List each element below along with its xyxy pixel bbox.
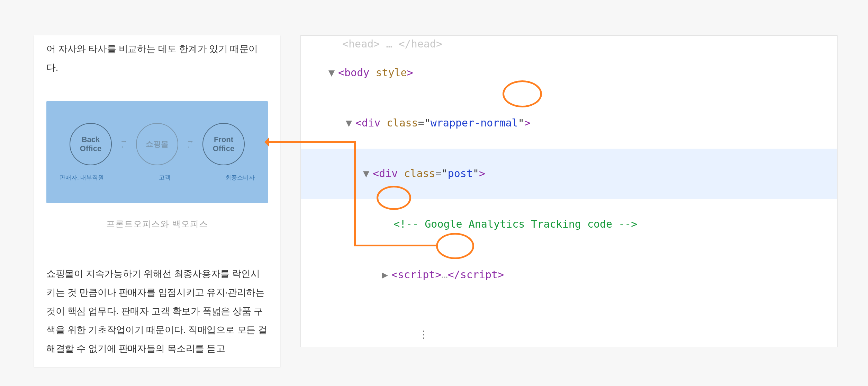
shopping-mall-circle: 쇼핑몰 bbox=[136, 123, 178, 165]
figure-caption: 프론트오피스와 백오피스 bbox=[46, 218, 268, 230]
circle-label: Office bbox=[213, 144, 234, 153]
disclosure-triangle-icon[interactable]: ▼ bbox=[363, 165, 373, 182]
dom-node-body-open[interactable]: ▼<body style> bbox=[301, 47, 837, 98]
diagram-sublabels: 판매자, 내부직원 고객 최종소비자 bbox=[46, 174, 268, 182]
circle-label: Back bbox=[82, 135, 100, 144]
annotation-arrow-head-icon bbox=[264, 137, 269, 147]
annotation-arrow-segment bbox=[269, 141, 356, 143]
article-paragraph-bottom: 쇼핑몰이 지속가능하기 위해선 최종사용자를 락인시키는 것 만큼이나 판매자를… bbox=[46, 230, 268, 358]
dom-node-wrapper-open[interactable]: ▼<div class="wrapper-normal"> bbox=[301, 98, 837, 149]
disclosure-triangle-icon[interactable]: ▼ bbox=[346, 115, 355, 132]
diagram-circles-row: Back Office →← 쇼핑몰 →← Front Office bbox=[70, 123, 245, 165]
exchange-arrows-icon: →← bbox=[120, 139, 128, 149]
sublabel: 최종소비자 bbox=[225, 174, 255, 182]
dom-node-post-open[interactable]: ▼<div class="post"> bbox=[301, 149, 837, 199]
disclosure-triangle-icon[interactable]: ▶ bbox=[382, 266, 391, 283]
back-office-circle: Back Office bbox=[70, 123, 112, 165]
annotation-arrow-segment bbox=[354, 141, 356, 246]
article-paragraph-top: 어 자사와 타사를 비교하는 데도 한계가 있기 때문이다. bbox=[46, 35, 268, 77]
circle-label: 쇼핑몰 bbox=[146, 140, 169, 148]
sublabel: 고객 bbox=[159, 174, 171, 182]
figure-image-highlighted[interactable]: Back Office →← 쇼핑몰 →← Front Office 판매자, … bbox=[46, 101, 268, 203]
disclosure-triangle-icon[interactable]: ▼ bbox=[328, 64, 338, 81]
figure: Back Office →← 쇼핑몰 →← Front Office 판매자, … bbox=[46, 101, 268, 230]
circle-label: Front bbox=[214, 135, 233, 144]
sublabel: 판매자, 내부직원 bbox=[60, 174, 104, 182]
circle-label: Office bbox=[80, 144, 101, 153]
dom-node-script-collapsed[interactable]: ▶<script>…</script> bbox=[301, 249, 837, 300]
dom-node-comment[interactable]: <!-- Google Analytics Tracking code --> bbox=[301, 199, 837, 249]
dom-collapsed-ellipsis: ⋮ bbox=[301, 300, 837, 347]
rendered-preview-panel: 어 자사와 타사를 비교하는 데도 한계가 있기 때문이다. img | 330… bbox=[34, 35, 280, 367]
devtools-elements-panel[interactable]: <head> … </head> ▼<body style> ▼<div cla… bbox=[300, 35, 838, 347]
annotation-arrow-segment bbox=[354, 245, 436, 246]
front-office-circle: Front Office bbox=[202, 123, 245, 165]
exchange-arrows-icon: →← bbox=[187, 139, 194, 149]
